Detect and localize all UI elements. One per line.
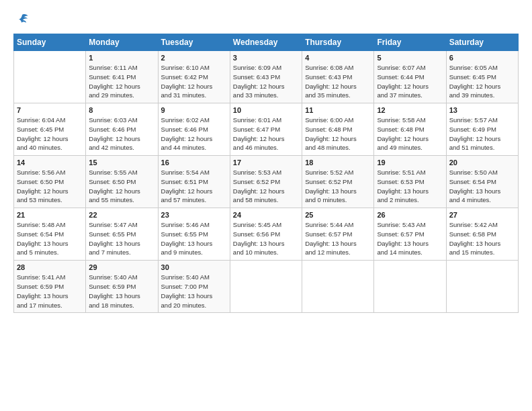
day-number: 17 (233, 158, 299, 167)
calendar-cell: 28Sunrise: 5:41 AM Sunset: 6:59 PM Dayli… (14, 261, 86, 313)
calendar-header-cell: Tuesday (158, 34, 230, 51)
calendar-cell: 27Sunrise: 5:42 AM Sunset: 6:58 PM Dayli… (446, 208, 518, 261)
day-number: 25 (305, 211, 371, 219)
day-info: Sunrise: 6:01 AM Sunset: 6:47 PM Dayligh… (233, 116, 299, 152)
calendar-week-row: 14Sunrise: 5:56 AM Sunset: 6:50 PM Dayli… (14, 156, 519, 208)
calendar-cell: 6Sunrise: 6:05 AM Sunset: 6:45 PM Daylig… (446, 51, 518, 103)
calendar-header-cell: Monday (86, 34, 158, 51)
day-number: 1 (89, 54, 154, 62)
day-info: Sunrise: 5:40 AM Sunset: 6:59 PM Dayligh… (89, 273, 154, 310)
calendar-cell: 14Sunrise: 5:56 AM Sunset: 6:50 PM Dayli… (14, 156, 86, 208)
day-info: Sunrise: 5:45 AM Sunset: 6:56 PM Dayligh… (233, 220, 299, 257)
day-info: Sunrise: 6:00 AM Sunset: 6:48 PM Dayligh… (305, 116, 371, 152)
calendar-cell: 18Sunrise: 5:52 AM Sunset: 6:52 PM Dayli… (302, 156, 374, 208)
day-info: Sunrise: 5:54 AM Sunset: 6:51 PM Dayligh… (161, 168, 227, 205)
calendar-cell: 24Sunrise: 5:45 AM Sunset: 6:56 PM Dayli… (230, 208, 302, 261)
logo-bird-icon (15, 12, 30, 27)
calendar-cell: 12Sunrise: 5:58 AM Sunset: 6:48 PM Dayli… (374, 103, 446, 156)
day-info: Sunrise: 6:08 AM Sunset: 6:43 PM Dayligh… (305, 63, 371, 100)
day-info: Sunrise: 5:40 AM Sunset: 7:00 PM Dayligh… (161, 273, 227, 310)
day-number: 29 (89, 263, 154, 271)
day-number: 11 (305, 106, 371, 114)
calendar-header-row: SundayMondayTuesdayWednesdayThursdayFrid… (14, 34, 519, 51)
calendar-cell (446, 261, 518, 313)
day-number: 19 (377, 158, 443, 167)
calendar-cell: 5Sunrise: 6:07 AM Sunset: 6:44 PM Daylig… (374, 51, 446, 103)
day-info: Sunrise: 5:42 AM Sunset: 6:58 PM Dayligh… (449, 220, 515, 257)
calendar-cell: 16Sunrise: 5:54 AM Sunset: 6:51 PM Dayli… (158, 156, 230, 208)
day-info: Sunrise: 5:58 AM Sunset: 6:48 PM Dayligh… (377, 116, 443, 152)
calendar-week-row: 21Sunrise: 5:48 AM Sunset: 6:54 PM Dayli… (14, 208, 519, 261)
day-info: Sunrise: 6:07 AM Sunset: 6:44 PM Dayligh… (377, 63, 443, 100)
calendar-cell: 13Sunrise: 5:57 AM Sunset: 6:49 PM Dayli… (446, 103, 518, 156)
calendar-header-cell: Friday (374, 34, 446, 51)
calendar-header-cell: Sunday (14, 34, 86, 51)
day-info: Sunrise: 6:03 AM Sunset: 6:46 PM Dayligh… (89, 116, 154, 152)
day-number: 3 (233, 54, 299, 62)
day-info: Sunrise: 5:47 AM Sunset: 6:55 PM Dayligh… (89, 220, 154, 257)
calendar-week-row: 1Sunrise: 6:11 AM Sunset: 6:41 PM Daylig… (14, 51, 519, 103)
calendar-cell: 29Sunrise: 5:40 AM Sunset: 6:59 PM Dayli… (86, 261, 158, 313)
day-info: Sunrise: 5:56 AM Sunset: 6:50 PM Dayligh… (17, 168, 83, 205)
day-number: 5 (377, 54, 443, 62)
calendar-header-cell: Thursday (302, 34, 374, 51)
day-number: 23 (161, 211, 227, 219)
calendar-cell: 23Sunrise: 5:46 AM Sunset: 6:55 PM Dayli… (158, 208, 230, 261)
day-info: Sunrise: 6:09 AM Sunset: 6:43 PM Dayligh… (233, 63, 299, 100)
calendar-cell: 8Sunrise: 6:03 AM Sunset: 6:46 PM Daylig… (86, 103, 158, 156)
day-number: 14 (17, 158, 83, 167)
day-info: Sunrise: 5:43 AM Sunset: 6:57 PM Dayligh… (377, 220, 443, 257)
day-number: 20 (449, 158, 515, 167)
day-number: 26 (377, 211, 443, 219)
calendar-body: 1Sunrise: 6:11 AM Sunset: 6:41 PM Daylig… (14, 51, 519, 313)
calendar-cell (302, 261, 374, 313)
day-number: 8 (89, 106, 154, 114)
calendar-week-row: 7Sunrise: 6:04 AM Sunset: 6:45 PM Daylig… (14, 103, 519, 156)
calendar-cell (230, 261, 302, 313)
day-info: Sunrise: 5:53 AM Sunset: 6:52 PM Dayligh… (233, 168, 299, 205)
calendar-cell: 17Sunrise: 5:53 AM Sunset: 6:52 PM Dayli… (230, 156, 302, 208)
calendar-cell: 10Sunrise: 6:01 AM Sunset: 6:47 PM Dayli… (230, 103, 302, 156)
page: SundayMondayTuesdayWednesdayThursdayFrid… (0, 0, 532, 320)
day-number: 9 (161, 106, 227, 114)
day-info: Sunrise: 6:10 AM Sunset: 6:42 PM Dayligh… (161, 63, 227, 100)
day-info: Sunrise: 5:50 AM Sunset: 6:54 PM Dayligh… (449, 168, 515, 205)
calendar-cell: 2Sunrise: 6:10 AM Sunset: 6:42 PM Daylig… (158, 51, 230, 103)
calendar-cell: 19Sunrise: 5:51 AM Sunset: 6:53 PM Dayli… (374, 156, 446, 208)
calendar-cell (14, 51, 86, 103)
calendar-cell: 4Sunrise: 6:08 AM Sunset: 6:43 PM Daylig… (302, 51, 374, 103)
day-number: 15 (89, 158, 154, 167)
day-info: Sunrise: 6:04 AM Sunset: 6:45 PM Dayligh… (17, 116, 83, 152)
day-info: Sunrise: 5:46 AM Sunset: 6:55 PM Dayligh… (161, 220, 227, 257)
calendar-cell: 21Sunrise: 5:48 AM Sunset: 6:54 PM Dayli… (14, 208, 86, 261)
calendar-cell: 20Sunrise: 5:50 AM Sunset: 6:54 PM Dayli… (446, 156, 518, 208)
calendar-cell: 3Sunrise: 6:09 AM Sunset: 6:43 PM Daylig… (230, 51, 302, 103)
day-number: 10 (233, 106, 299, 114)
day-number: 22 (89, 211, 154, 219)
day-info: Sunrise: 5:44 AM Sunset: 6:57 PM Dayligh… (305, 220, 371, 257)
calendar-cell: 22Sunrise: 5:47 AM Sunset: 6:55 PM Dayli… (86, 208, 158, 261)
day-number: 27 (449, 211, 515, 219)
day-number: 16 (161, 158, 227, 167)
day-info: Sunrise: 6:02 AM Sunset: 6:46 PM Dayligh… (161, 116, 227, 152)
day-number: 4 (305, 54, 371, 62)
day-number: 24 (233, 211, 299, 219)
day-info: Sunrise: 5:57 AM Sunset: 6:49 PM Dayligh… (449, 116, 515, 152)
day-info: Sunrise: 5:41 AM Sunset: 6:59 PM Dayligh… (17, 273, 83, 310)
calendar-table: SundayMondayTuesdayWednesdayThursdayFrid… (13, 34, 519, 313)
day-number: 2 (161, 54, 227, 62)
calendar-cell: 9Sunrise: 6:02 AM Sunset: 6:46 PM Daylig… (158, 103, 230, 156)
day-number: 7 (17, 106, 83, 114)
day-number: 21 (17, 211, 83, 219)
calendar-week-row: 28Sunrise: 5:41 AM Sunset: 6:59 PM Dayli… (14, 261, 519, 313)
day-info: Sunrise: 5:55 AM Sunset: 6:50 PM Dayligh… (89, 168, 154, 205)
day-number: 6 (449, 54, 515, 62)
day-info: Sunrise: 6:11 AM Sunset: 6:41 PM Dayligh… (89, 63, 154, 100)
day-number: 12 (377, 106, 443, 114)
day-info: Sunrise: 6:05 AM Sunset: 6:45 PM Dayligh… (449, 63, 515, 100)
calendar-cell: 1Sunrise: 6:11 AM Sunset: 6:41 PM Daylig… (86, 51, 158, 103)
calendar-header-cell: Saturday (446, 34, 518, 51)
day-info: Sunrise: 5:51 AM Sunset: 6:53 PM Dayligh… (377, 168, 443, 205)
calendar-cell: 11Sunrise: 6:00 AM Sunset: 6:48 PM Dayli… (302, 103, 374, 156)
day-info: Sunrise: 5:48 AM Sunset: 6:54 PM Dayligh… (17, 220, 83, 257)
